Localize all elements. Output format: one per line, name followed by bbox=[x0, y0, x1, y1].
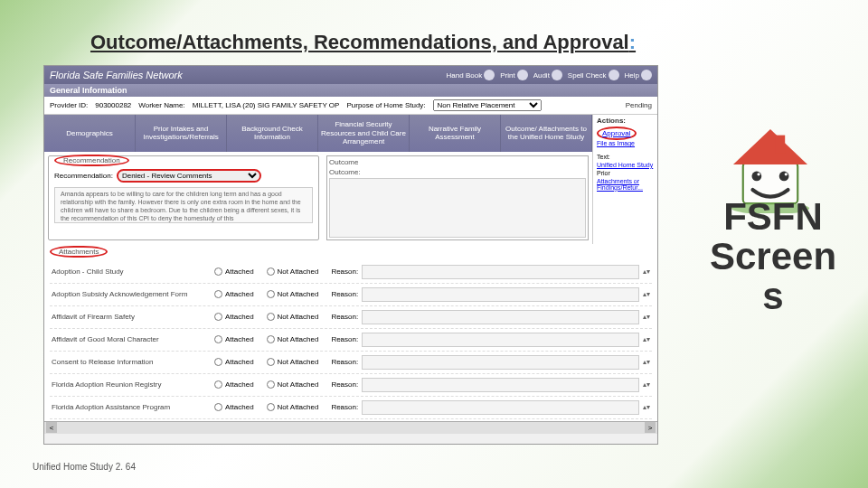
table-row: Consent to Release InformationAttachedNo… bbox=[50, 352, 652, 374]
slide-footer: Unified Home Study 2. 64 bbox=[33, 462, 136, 472]
tab-outcome[interactable]: Outcome/ Attachments to the Unified Home… bbox=[501, 115, 592, 152]
handbook-tool[interactable]: Hand Book bbox=[447, 70, 495, 80]
tab-narrative[interactable]: Narrative Family Assessment bbox=[410, 115, 501, 152]
status-value: Pending bbox=[626, 101, 652, 109]
attachments-table: Adoption - Child StudyAttachedNot Attach… bbox=[50, 261, 652, 419]
scroll-left-icon[interactable]: < bbox=[46, 422, 57, 433]
scroll-nub-icon[interactable]: ▴▾ bbox=[643, 267, 650, 276]
tab-financial[interactable]: Financial Security Resources and Child C… bbox=[318, 115, 410, 152]
scroll-nub-icon[interactable]: ▴▾ bbox=[643, 313, 650, 321]
help-tool[interactable]: Help bbox=[625, 70, 652, 80]
tab-bar: Demographics Prior Intakes and Investiga… bbox=[44, 115, 592, 152]
slide-title: Outcome/Attachments, Recommendations, an… bbox=[90, 31, 636, 54]
reason-input[interactable] bbox=[362, 378, 639, 392]
help-icon bbox=[641, 70, 652, 80]
attachment-name: Affidavit of Firearm Safety bbox=[52, 313, 214, 321]
link-unified-home-study[interactable]: Unified Home Study bbox=[597, 162, 654, 168]
attached-radio[interactable]: Attached bbox=[214, 335, 254, 343]
actions-header: Actions: bbox=[597, 117, 654, 125]
horizontal-scrollbar[interactable]: < > bbox=[44, 421, 657, 434]
not-attached-radio[interactable]: Not Attached bbox=[267, 290, 319, 298]
attachments-panel: Attachments Adoption - Child StudyAttach… bbox=[44, 244, 657, 421]
svg-point-6 bbox=[785, 173, 788, 175]
outcome-label: Outcome: bbox=[329, 168, 586, 176]
table-row: Affidavit of Good Moral CharacterAttache… bbox=[50, 329, 652, 352]
scroll-nub-icon[interactable]: ▴▾ bbox=[643, 358, 650, 366]
attachment-name: Consent to Release Information bbox=[52, 358, 214, 366]
recommendation-narrative[interactable]: Amanda appears to be willing to care for… bbox=[54, 187, 313, 223]
outcome-panel: Outcome Outcome: bbox=[326, 155, 589, 240]
recommendation-select[interactable]: Denied - Review Comments bbox=[117, 169, 261, 183]
app-screenshot: Florida Safe Families Network Hand Book … bbox=[43, 65, 658, 445]
svg-point-4 bbox=[779, 172, 789, 182]
scroll-nub-icon[interactable]: ▴▾ bbox=[643, 403, 650, 411]
text-label: Text: bbox=[597, 154, 654, 160]
attached-radio[interactable]: Attached bbox=[214, 403, 254, 411]
audit-tool[interactable]: Audit bbox=[533, 70, 562, 80]
spellcheck-tool[interactable]: Spell Check bbox=[568, 70, 619, 80]
table-row: Adoption Subsidy Acknowledgement FormAtt… bbox=[50, 284, 652, 306]
prior-label: Prior bbox=[597, 170, 654, 176]
attachment-name: Affidavit of Good Moral Character bbox=[52, 335, 214, 343]
not-attached-radio[interactable]: Not Attached bbox=[267, 313, 319, 321]
attachment-name: Florida Adoption Reunion Registry bbox=[52, 380, 214, 389]
title-colon: : bbox=[629, 31, 636, 53]
attachment-name: Adoption - Child Study bbox=[52, 267, 214, 276]
link-attachments-findings[interactable]: Attachments or Findings/Retur... bbox=[597, 178, 654, 191]
reason-label: Reason: bbox=[331, 403, 358, 411]
attached-radio[interactable]: Attached bbox=[214, 358, 254, 366]
attachment-name: Adoption Subsidy Acknowledgement Form bbox=[52, 290, 214, 298]
tab-background[interactable]: Background Check Information bbox=[227, 115, 318, 152]
audit-icon bbox=[552, 70, 562, 80]
svg-point-3 bbox=[751, 172, 761, 182]
not-attached-radio[interactable]: Not Attached bbox=[267, 403, 319, 411]
reason-input[interactable] bbox=[362, 400, 639, 415]
table-row: Florida Adoption Assistance ProgramAttac… bbox=[50, 397, 652, 419]
not-attached-radio[interactable]: Not Attached bbox=[267, 335, 319, 343]
scroll-nub-icon[interactable]: ▴▾ bbox=[643, 290, 650, 298]
tab-demographics[interactable]: Demographics bbox=[44, 115, 136, 152]
reason-label: Reason: bbox=[331, 380, 358, 389]
scroll-nub-icon[interactable]: ▴▾ bbox=[643, 380, 650, 389]
title-text: Outcome/Attachments, Recommendations, an… bbox=[90, 31, 629, 53]
table-row: Adoption - Child StudyAttachedNot Attach… bbox=[50, 261, 652, 284]
not-attached-radio[interactable]: Not Attached bbox=[267, 380, 319, 389]
purpose-select[interactable]: Non Relative Placement bbox=[433, 99, 542, 111]
print-tool[interactable]: Print bbox=[500, 70, 527, 80]
not-attached-radio[interactable]: Not Attached bbox=[267, 267, 319, 276]
spellcheck-icon bbox=[609, 70, 619, 80]
worker-value: MILLETT, LISA (20) SIG FAMILY SAFETY OP bbox=[193, 101, 340, 109]
app-brand: Florida Safe Families Network bbox=[50, 70, 183, 80]
purpose-label: Purpose of Home Study: bbox=[346, 101, 425, 109]
file-image-link[interactable]: File as Image bbox=[597, 140, 654, 146]
info-bar: Provider ID: 903000282 Worker Name: MILL… bbox=[44, 97, 657, 115]
reason-input[interactable] bbox=[362, 287, 639, 302]
not-attached-radio[interactable]: Not Attached bbox=[267, 358, 319, 366]
scroll-right-icon[interactable]: > bbox=[645, 422, 656, 433]
svg-rect-2 bbox=[775, 136, 785, 153]
attached-radio[interactable]: Attached bbox=[214, 380, 254, 389]
reason-input[interactable] bbox=[362, 355, 639, 370]
app-header: Florida Safe Families Network Hand Book … bbox=[44, 66, 657, 84]
actions-panel: Actions: Approval File as Image bbox=[592, 115, 657, 152]
attachment-name: Florida Adoption Assistance Program bbox=[52, 403, 214, 411]
reason-label: Reason: bbox=[331, 290, 358, 298]
tab-prior-intakes[interactable]: Prior Intakes and Investigations/Referra… bbox=[136, 115, 227, 152]
recommendation-legend: Recommendation bbox=[54, 155, 129, 166]
reason-input[interactable] bbox=[362, 310, 639, 324]
approval-link[interactable]: Approval bbox=[597, 127, 637, 140]
outcome-textarea[interactable] bbox=[329, 178, 586, 238]
table-row: Florida Adoption Reunion RegistryAttache… bbox=[50, 374, 652, 397]
svg-point-5 bbox=[757, 173, 760, 175]
reason-input[interactable] bbox=[362, 333, 639, 347]
reason-label: Reason: bbox=[331, 267, 358, 276]
reason-input[interactable] bbox=[362, 265, 639, 279]
scroll-nub-icon[interactable]: ▴▾ bbox=[643, 335, 650, 343]
recommendation-label: Recommendation: bbox=[54, 172, 113, 180]
side-links: Text: Unified Home Study Prior Attachmen… bbox=[592, 152, 657, 244]
provider-id-value: 903000282 bbox=[95, 101, 131, 109]
attached-radio[interactable]: Attached bbox=[214, 290, 254, 298]
attached-radio[interactable]: Attached bbox=[214, 313, 254, 321]
reason-label: Reason: bbox=[331, 358, 358, 366]
attached-radio[interactable]: Attached bbox=[214, 267, 254, 276]
